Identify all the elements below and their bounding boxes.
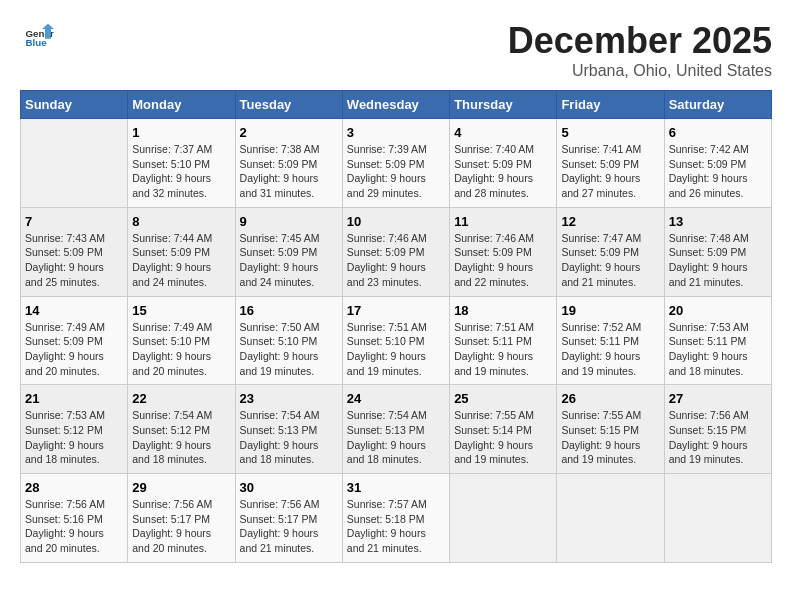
- day-info: Sunrise: 7:57 AMSunset: 5:18 PMDaylight:…: [347, 497, 445, 556]
- logo-icon: General Blue: [24, 20, 54, 50]
- day-info: Sunrise: 7:54 AMSunset: 5:12 PMDaylight:…: [132, 408, 230, 467]
- column-header-friday: Friday: [557, 91, 664, 119]
- day-number: 15: [132, 303, 230, 318]
- column-header-wednesday: Wednesday: [342, 91, 449, 119]
- calendar-cell: 27Sunrise: 7:56 AMSunset: 5:15 PMDayligh…: [664, 385, 771, 474]
- day-number: 8: [132, 214, 230, 229]
- calendar-cell: 6Sunrise: 7:42 AMSunset: 5:09 PMDaylight…: [664, 119, 771, 208]
- day-info: Sunrise: 7:55 AMSunset: 5:14 PMDaylight:…: [454, 408, 552, 467]
- day-number: 2: [240, 125, 338, 140]
- day-info: Sunrise: 7:56 AMSunset: 5:15 PMDaylight:…: [669, 408, 767, 467]
- day-info: Sunrise: 7:54 AMSunset: 5:13 PMDaylight:…: [240, 408, 338, 467]
- day-info: Sunrise: 7:53 AMSunset: 5:11 PMDaylight:…: [669, 320, 767, 379]
- calendar-cell: 13Sunrise: 7:48 AMSunset: 5:09 PMDayligh…: [664, 207, 771, 296]
- calendar-cell: 10Sunrise: 7:46 AMSunset: 5:09 PMDayligh…: [342, 207, 449, 296]
- day-info: Sunrise: 7:38 AMSunset: 5:09 PMDaylight:…: [240, 142, 338, 201]
- calendar-cell: 12Sunrise: 7:47 AMSunset: 5:09 PMDayligh…: [557, 207, 664, 296]
- week-row-3: 14Sunrise: 7:49 AMSunset: 5:09 PMDayligh…: [21, 296, 772, 385]
- month-title: December 2025: [508, 20, 772, 62]
- calendar-cell: 23Sunrise: 7:54 AMSunset: 5:13 PMDayligh…: [235, 385, 342, 474]
- day-info: Sunrise: 7:46 AMSunset: 5:09 PMDaylight:…: [454, 231, 552, 290]
- day-number: 30: [240, 480, 338, 495]
- day-info: Sunrise: 7:40 AMSunset: 5:09 PMDaylight:…: [454, 142, 552, 201]
- column-header-thursday: Thursday: [450, 91, 557, 119]
- calendar-cell: 26Sunrise: 7:55 AMSunset: 5:15 PMDayligh…: [557, 385, 664, 474]
- calendar-cell: [664, 474, 771, 563]
- calendar-cell: 24Sunrise: 7:54 AMSunset: 5:13 PMDayligh…: [342, 385, 449, 474]
- day-info: Sunrise: 7:44 AMSunset: 5:09 PMDaylight:…: [132, 231, 230, 290]
- day-info: Sunrise: 7:49 AMSunset: 5:09 PMDaylight:…: [25, 320, 123, 379]
- calendar-cell: 17Sunrise: 7:51 AMSunset: 5:10 PMDayligh…: [342, 296, 449, 385]
- svg-text:Blue: Blue: [26, 37, 48, 48]
- logo: General Blue: [20, 20, 54, 50]
- calendar-table: SundayMondayTuesdayWednesdayThursdayFrid…: [20, 90, 772, 563]
- day-number: 14: [25, 303, 123, 318]
- day-number: 1: [132, 125, 230, 140]
- day-info: Sunrise: 7:56 AMSunset: 5:17 PMDaylight:…: [132, 497, 230, 556]
- day-number: 25: [454, 391, 552, 406]
- day-info: Sunrise: 7:42 AMSunset: 5:09 PMDaylight:…: [669, 142, 767, 201]
- day-number: 22: [132, 391, 230, 406]
- day-info: Sunrise: 7:39 AMSunset: 5:09 PMDaylight:…: [347, 142, 445, 201]
- calendar-cell: 18Sunrise: 7:51 AMSunset: 5:11 PMDayligh…: [450, 296, 557, 385]
- day-info: Sunrise: 7:56 AMSunset: 5:16 PMDaylight:…: [25, 497, 123, 556]
- day-number: 24: [347, 391, 445, 406]
- calendar-cell: 11Sunrise: 7:46 AMSunset: 5:09 PMDayligh…: [450, 207, 557, 296]
- day-info: Sunrise: 7:37 AMSunset: 5:10 PMDaylight:…: [132, 142, 230, 201]
- calendar-cell: 16Sunrise: 7:50 AMSunset: 5:10 PMDayligh…: [235, 296, 342, 385]
- calendar-cell: 28Sunrise: 7:56 AMSunset: 5:16 PMDayligh…: [21, 474, 128, 563]
- day-info: Sunrise: 7:51 AMSunset: 5:11 PMDaylight:…: [454, 320, 552, 379]
- week-row-4: 21Sunrise: 7:53 AMSunset: 5:12 PMDayligh…: [21, 385, 772, 474]
- day-number: 5: [561, 125, 659, 140]
- day-number: 11: [454, 214, 552, 229]
- calendar-cell: 25Sunrise: 7:55 AMSunset: 5:14 PMDayligh…: [450, 385, 557, 474]
- calendar-cell: 29Sunrise: 7:56 AMSunset: 5:17 PMDayligh…: [128, 474, 235, 563]
- day-number: 10: [347, 214, 445, 229]
- day-number: 18: [454, 303, 552, 318]
- day-info: Sunrise: 7:49 AMSunset: 5:10 PMDaylight:…: [132, 320, 230, 379]
- day-number: 31: [347, 480, 445, 495]
- column-header-sunday: Sunday: [21, 91, 128, 119]
- calendar-cell: 22Sunrise: 7:54 AMSunset: 5:12 PMDayligh…: [128, 385, 235, 474]
- header-row: SundayMondayTuesdayWednesdayThursdayFrid…: [21, 91, 772, 119]
- column-header-monday: Monday: [128, 91, 235, 119]
- day-number: 20: [669, 303, 767, 318]
- calendar-cell: 8Sunrise: 7:44 AMSunset: 5:09 PMDaylight…: [128, 207, 235, 296]
- calendar-cell: 1Sunrise: 7:37 AMSunset: 5:10 PMDaylight…: [128, 119, 235, 208]
- calendar-cell: 14Sunrise: 7:49 AMSunset: 5:09 PMDayligh…: [21, 296, 128, 385]
- day-number: 3: [347, 125, 445, 140]
- day-number: 23: [240, 391, 338, 406]
- day-info: Sunrise: 7:51 AMSunset: 5:10 PMDaylight:…: [347, 320, 445, 379]
- week-row-5: 28Sunrise: 7:56 AMSunset: 5:16 PMDayligh…: [21, 474, 772, 563]
- day-info: Sunrise: 7:55 AMSunset: 5:15 PMDaylight:…: [561, 408, 659, 467]
- title-area: December 2025 Urbana, Ohio, United State…: [508, 20, 772, 80]
- day-info: Sunrise: 7:56 AMSunset: 5:17 PMDaylight:…: [240, 497, 338, 556]
- day-number: 17: [347, 303, 445, 318]
- location-subtitle: Urbana, Ohio, United States: [508, 62, 772, 80]
- day-number: 29: [132, 480, 230, 495]
- calendar-cell: [21, 119, 128, 208]
- day-info: Sunrise: 7:53 AMSunset: 5:12 PMDaylight:…: [25, 408, 123, 467]
- calendar-cell: 4Sunrise: 7:40 AMSunset: 5:09 PMDaylight…: [450, 119, 557, 208]
- calendar-cell: [557, 474, 664, 563]
- column-header-saturday: Saturday: [664, 91, 771, 119]
- day-number: 16: [240, 303, 338, 318]
- day-info: Sunrise: 7:43 AMSunset: 5:09 PMDaylight:…: [25, 231, 123, 290]
- day-number: 9: [240, 214, 338, 229]
- day-info: Sunrise: 7:45 AMSunset: 5:09 PMDaylight:…: [240, 231, 338, 290]
- day-number: 7: [25, 214, 123, 229]
- calendar-cell: 21Sunrise: 7:53 AMSunset: 5:12 PMDayligh…: [21, 385, 128, 474]
- day-number: 4: [454, 125, 552, 140]
- day-number: 13: [669, 214, 767, 229]
- calendar-cell: 15Sunrise: 7:49 AMSunset: 5:10 PMDayligh…: [128, 296, 235, 385]
- calendar-cell: 19Sunrise: 7:52 AMSunset: 5:11 PMDayligh…: [557, 296, 664, 385]
- day-number: 12: [561, 214, 659, 229]
- day-number: 27: [669, 391, 767, 406]
- calendar-cell: 5Sunrise: 7:41 AMSunset: 5:09 PMDaylight…: [557, 119, 664, 208]
- day-info: Sunrise: 7:46 AMSunset: 5:09 PMDaylight:…: [347, 231, 445, 290]
- header: General Blue December 2025 Urbana, Ohio,…: [20, 20, 772, 80]
- day-number: 21: [25, 391, 123, 406]
- calendar-cell: 2Sunrise: 7:38 AMSunset: 5:09 PMDaylight…: [235, 119, 342, 208]
- week-row-1: 1Sunrise: 7:37 AMSunset: 5:10 PMDaylight…: [21, 119, 772, 208]
- calendar-cell: 9Sunrise: 7:45 AMSunset: 5:09 PMDaylight…: [235, 207, 342, 296]
